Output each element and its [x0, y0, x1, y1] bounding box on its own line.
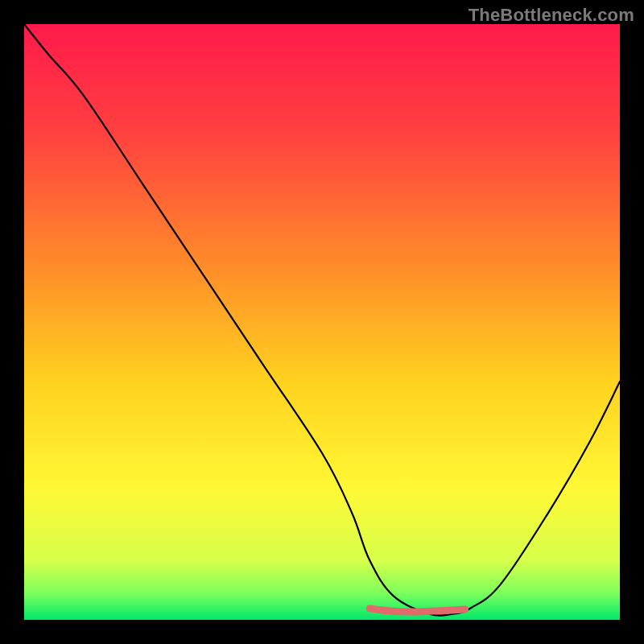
chart-svg — [24, 24, 620, 620]
gradient-background — [24, 24, 620, 620]
watermark-text: TheBottleneck.com — [469, 5, 634, 26]
optimal-range-marker — [369, 609, 464, 612]
chart-frame: TheBottleneck.com — [0, 0, 644, 644]
plot-area — [24, 24, 620, 620]
